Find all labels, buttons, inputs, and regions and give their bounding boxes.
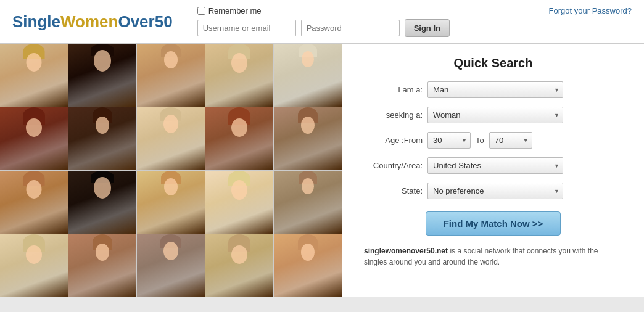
photo-cell xyxy=(0,171,68,234)
country-select[interactable]: United States Canada United Kingdom Aust… xyxy=(427,157,563,174)
age-from-select[interactable]: 182025 303540 45505560 xyxy=(427,132,471,149)
photo-cell xyxy=(137,171,205,234)
i-am-a-label: I am a: xyxy=(361,85,423,94)
logo-single: Single xyxy=(12,12,60,31)
photo-cell xyxy=(205,107,273,170)
seeking-a-wrapper: Man Woman xyxy=(427,107,563,123)
state-row: State: No preference AlabamaAlaskaArizon… xyxy=(361,183,625,199)
photo-cell xyxy=(68,44,136,107)
age-to-label: To xyxy=(476,136,484,145)
username-input[interactable] xyxy=(197,20,296,36)
age-row: Age :From 182025 303540 45505560 To 5055… xyxy=(361,132,625,149)
photo-cell xyxy=(274,171,342,234)
site-description: singlewomenover50.net is a social networ… xyxy=(361,245,625,268)
age-to-select[interactable]: 50556065 70758085 xyxy=(489,132,532,149)
photo-grid xyxy=(0,44,342,297)
i-am-a-select[interactable]: Man Woman xyxy=(427,81,563,98)
sign-in-button[interactable]: Sign In xyxy=(405,19,450,37)
i-am-a-wrapper: Man Woman xyxy=(427,81,563,98)
remember-me-checkbox[interactable] xyxy=(197,7,205,15)
i-am-a-row: I am a: Man Woman xyxy=(361,81,625,98)
site-name: singlewomenover50.net xyxy=(364,247,448,255)
age-to-wrapper: 50556065 70758085 xyxy=(489,132,532,149)
logo-over50: Over50 xyxy=(118,12,172,31)
quick-search-title: Quick Search xyxy=(361,56,625,70)
state-label: State: xyxy=(361,186,423,195)
remember-me-label[interactable]: Remember me xyxy=(197,6,262,15)
photo-cell xyxy=(274,107,342,170)
photo-cell xyxy=(68,234,136,297)
auth-section: Remember me Forgot your Password? Sign I… xyxy=(197,6,632,37)
age-from-wrapper: 182025 303540 45505560 xyxy=(427,132,471,149)
photo-cell xyxy=(68,171,136,234)
seeking-a-row: seeking a: Man Woman xyxy=(361,107,625,123)
country-label: Country/Area: xyxy=(361,161,423,170)
remember-me-text: Remember me xyxy=(208,6,262,15)
seeking-a-label: seeking a: xyxy=(361,110,423,120)
photo-cell xyxy=(68,107,136,170)
state-wrapper: No preference AlabamaAlaskaArizona Calif… xyxy=(427,183,563,199)
header-bottom-row: Sign In xyxy=(197,19,632,37)
country-row: Country/Area: United States Canada Unite… xyxy=(361,157,625,174)
state-select[interactable]: No preference AlabamaAlaskaArizona Calif… xyxy=(427,183,563,199)
photo-cell xyxy=(274,234,342,297)
right-panel: Quick Search I am a: Man Woman seeking a… xyxy=(342,44,644,297)
seeking-a-select[interactable]: Man Woman xyxy=(427,107,563,123)
photo-cell xyxy=(0,234,68,297)
photo-cell xyxy=(205,171,273,234)
photo-cell xyxy=(137,44,205,107)
photo-cell xyxy=(137,234,205,297)
logo-women: Women xyxy=(60,12,118,31)
photo-cell xyxy=(137,107,205,170)
photo-cell xyxy=(0,44,68,107)
age-label: Age :From xyxy=(361,136,423,145)
site-logo: SingleWomenOver50 xyxy=(12,12,173,31)
find-match-button[interactable]: Find My Match Now >> xyxy=(426,211,561,236)
forgot-password-link[interactable]: Forgot your Password? xyxy=(549,6,632,15)
main-content: Quick Search I am a: Man Woman seeking a… xyxy=(0,44,644,297)
photo-cell xyxy=(274,44,342,107)
photo-cell xyxy=(205,234,273,297)
country-wrapper: United States Canada United Kingdom Aust… xyxy=(427,157,563,174)
password-input[interactable] xyxy=(301,20,400,36)
header-top-row: Remember me Forgot your Password? xyxy=(197,6,632,15)
photo-cell xyxy=(0,107,68,170)
header: SingleWomenOver50 Remember me Forgot you… xyxy=(0,0,644,44)
photo-cell xyxy=(205,44,273,107)
